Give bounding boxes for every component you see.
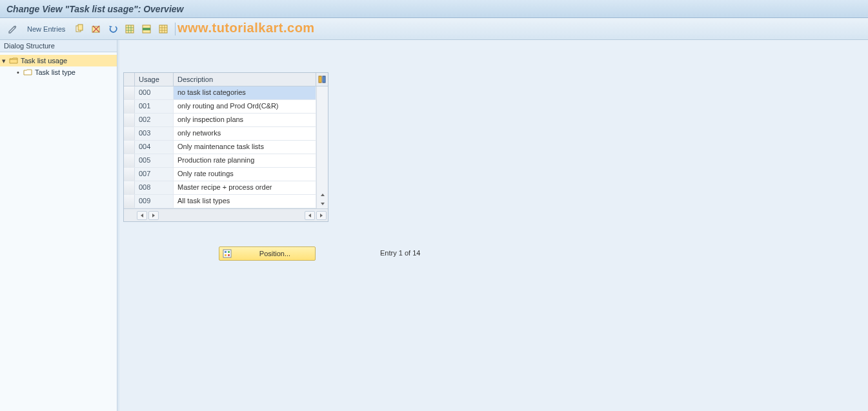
tree-node-label: Task list usage <box>19 57 67 65</box>
column-header-description[interactable]: Description <box>174 73 316 86</box>
row-selector[interactable] <box>124 100 135 113</box>
folder-icon <box>23 68 32 76</box>
table-body: 000no task list categories001only routin… <box>124 86 316 208</box>
tree: ▾ Task list usage • Task list type <box>0 52 117 81</box>
svg-rect-10 <box>225 251 227 253</box>
cell-description[interactable]: Production rate planning <box>174 154 316 167</box>
usage-table: Usage Description 000no task list catego… <box>123 72 328 222</box>
copy-icon[interactable] <box>73 23 86 35</box>
window-title: Change View "Task list usage": Overview <box>6 4 183 14</box>
table-row[interactable]: 009All task list types <box>124 195 316 208</box>
cell-description[interactable]: All task list types <box>174 195 316 208</box>
app-toolbar: New Entries www.tutorialkart.com <box>0 18 868 40</box>
column-header-usage[interactable]: Usage <box>135 73 174 86</box>
position-icon <box>222 248 232 259</box>
undo-icon[interactable] <box>106 23 119 35</box>
cell-description[interactable]: Only rate routings <box>174 168 316 181</box>
cell-description[interactable]: only inspection plans <box>174 114 316 126</box>
cell-usage[interactable]: 004 <box>135 141 174 154</box>
svg-rect-6 <box>159 25 167 33</box>
table-header-row: Usage Description <box>124 73 328 86</box>
cell-description[interactable]: only routing and Prod Ord(C&R) <box>174 100 316 113</box>
position-button-label: Position... <box>235 250 315 257</box>
tree-node-task-list-type[interactable]: • Task list type <box>0 66 117 78</box>
content-area: Dialog Structure ▾ Task list usage • Tas… <box>0 40 868 411</box>
change-display-icon[interactable] <box>6 23 19 35</box>
scroll-right-button[interactable] <box>148 211 159 220</box>
row-selector[interactable] <box>124 127 135 140</box>
cell-description[interactable]: Master recipe + process order <box>174 181 316 194</box>
tree-header: Dialog Structure <box>0 40 117 52</box>
cell-description[interactable]: Only maintenance task lists <box>174 141 316 154</box>
cell-usage[interactable]: 007 <box>135 168 174 181</box>
svg-rect-9 <box>223 250 231 257</box>
cell-usage[interactable]: 001 <box>135 100 174 113</box>
table-row[interactable]: 001only routing and Prod Ord(C&R) <box>124 100 316 114</box>
svg-rect-12 <box>225 254 227 256</box>
row-selector[interactable] <box>124 154 135 167</box>
svg-rect-11 <box>228 251 230 253</box>
cell-usage[interactable]: 008 <box>135 181 174 194</box>
cell-description[interactable]: only networks <box>174 127 316 140</box>
table-row[interactable]: 000no task list categories <box>124 86 316 100</box>
cell-usage[interactable]: 002 <box>135 114 174 126</box>
table-row[interactable]: 007Only rate routings <box>124 168 316 181</box>
toolbar-separator <box>175 23 176 35</box>
row-selector[interactable] <box>124 141 135 154</box>
open-folder-icon <box>9 57 18 65</box>
svg-rect-1 <box>78 25 83 30</box>
table-row[interactable]: 002only inspection plans <box>124 114 316 127</box>
window-titlebar: Change View "Task list usage": Overview <box>0 0 868 18</box>
table-row[interactable]: 008Master recipe + process order <box>124 181 316 195</box>
select-block-icon[interactable] <box>140 23 153 35</box>
cell-description[interactable]: no task list categories <box>174 86 316 99</box>
table-row[interactable]: 004Only maintenance task lists <box>124 141 316 154</box>
scroll-left-end-button[interactable] <box>305 211 315 220</box>
scroll-up-button[interactable] <box>317 190 328 199</box>
scroll-left-button[interactable] <box>137 211 147 220</box>
svg-rect-3 <box>126 25 134 33</box>
watermark-text: www.tutorialkart.com <box>177 21 315 35</box>
new-entries-button[interactable]: New Entries <box>23 22 69 36</box>
svg-rect-8 <box>323 76 325 83</box>
dialog-structure-panel: Dialog Structure ▾ Task list usage • Tas… <box>0 40 117 411</box>
scroll-down-button[interactable] <box>317 199 328 208</box>
select-all-icon[interactable] <box>123 23 136 35</box>
svg-rect-7 <box>319 76 321 83</box>
entry-counter: Entry 1 of 14 <box>380 249 420 257</box>
main-panel: Usage Description 000no task list catego… <box>117 40 868 411</box>
row-selector[interactable] <box>124 195 135 208</box>
tree-node-task-list-usage[interactable]: ▾ Task list usage <box>0 55 117 66</box>
row-selector[interactable] <box>124 114 135 126</box>
table-row[interactable]: 005Production rate planning <box>124 154 316 168</box>
delete-icon[interactable] <box>90 23 103 35</box>
table-config-button[interactable] <box>316 73 328 86</box>
position-button[interactable]: Position... <box>219 246 316 261</box>
cell-usage[interactable]: 009 <box>135 195 174 208</box>
scroll-right-end-button[interactable] <box>316 211 327 220</box>
deselect-all-icon[interactable] <box>157 23 170 35</box>
vertical-scrollbar[interactable] <box>316 86 328 208</box>
table-row[interactable]: 003only networks <box>124 127 316 141</box>
tree-node-label: Task list type <box>34 68 76 76</box>
cell-usage[interactable]: 003 <box>135 127 174 140</box>
table-footer <box>124 208 328 221</box>
row-selector-header[interactable] <box>124 73 135 86</box>
expand-arrow-icon[interactable]: ▾ <box>0 57 8 65</box>
row-selector[interactable] <box>124 168 135 181</box>
cell-usage[interactable]: 005 <box>135 154 174 167</box>
row-selector[interactable] <box>124 181 135 194</box>
svg-rect-13 <box>228 254 230 256</box>
svg-rect-5 <box>143 28 150 30</box>
cell-usage[interactable]: 000 <box>135 86 174 99</box>
bullet-icon: • <box>14 68 22 76</box>
row-selector[interactable] <box>124 86 135 99</box>
